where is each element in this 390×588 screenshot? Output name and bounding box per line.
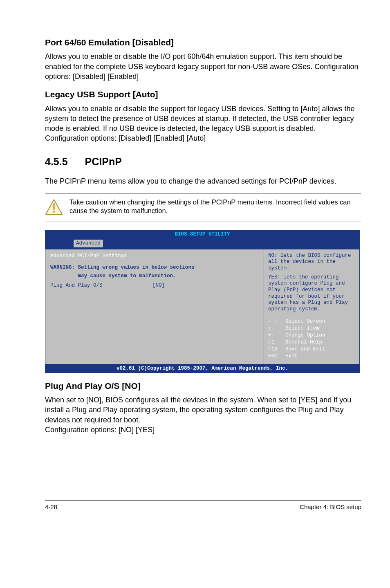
bios-help-text: NO: lets the BIOS configure all the devi… — [264, 249, 359, 316]
arrows-lr-icon: ← → — [268, 318, 285, 325]
bios-setting-label: Plug And Play O/S — [50, 282, 152, 289]
footer-page-number: 4-28 — [45, 503, 57, 511]
page-footer: 4-28 Chapter 4: BIOS setup — [45, 500, 361, 511]
bios-key-f10: F10 — [268, 346, 285, 353]
subsection-heading-pcipnp: 4.5.5 PCIPnP — [45, 155, 361, 169]
body-port-emulation: Allows you to enable or disable the I/O … — [45, 52, 361, 81]
bios-warning-line2: may cause system to malfunction. — [50, 273, 259, 280]
bios-key-select-screen: Select Screen — [285, 318, 325, 325]
bios-setting-value: [NO] — [152, 282, 165, 289]
subsection-title: PCIPnP — [85, 155, 122, 169]
bios-key-plusminus: +- — [268, 332, 285, 339]
bios-left-title: Advanced PCI/PnP Settings — [50, 253, 259, 260]
bios-warning-line1: WARNING: Setting wrong values in below s… — [50, 265, 259, 271]
bios-left-panel: Advanced PCI/PnP Settings WARNING: Setti… — [45, 249, 264, 364]
body-pcipnp-intro: The PCIPnP menu items allow you to chang… — [45, 176, 361, 186]
footer-chapter: Chapter 4: BIOS setup — [300, 503, 361, 511]
heading-port-emulation: Port 64/60 Emulation [Disabled] — [45, 37, 361, 48]
body-plug-play-1: When set to [NO], BIOS configures all th… — [45, 395, 361, 425]
bios-key-f1: F1 — [268, 339, 285, 346]
bios-tab-advanced: Advanced — [74, 240, 103, 247]
bios-key-exit: Exit — [285, 353, 298, 360]
bios-key-general-help: General Help — [285, 339, 322, 346]
body-legacy-usb-2: Configuration options: [Disabled] [Enabl… — [45, 133, 361, 143]
bios-key-select-item: Select Item — [285, 325, 319, 332]
bios-help-no: NO: lets the BIOS configure all the devi… — [268, 253, 355, 272]
arrows-ud-icon: ↑↓ — [268, 325, 285, 332]
bios-footer: v02.61 (C)Copyright 1985-2007, American … — [45, 364, 360, 373]
svg-point-2 — [53, 211, 55, 213]
bios-tab-bar: Advanced — [45, 239, 360, 249]
body-plug-play-2: Configuration options: [NO] [YES] — [45, 425, 361, 435]
bios-help-yes: YES: lets the operating system configure… — [268, 274, 355, 313]
caution-text: Take caution when changing the settings … — [69, 198, 361, 215]
bios-setting-row: Plug And Play O/S [NO] — [50, 282, 259, 289]
bios-keys: ← → Select Screen ↑↓ Select Item +- Chan… — [264, 316, 359, 364]
bios-key-esc: ESC — [268, 353, 285, 360]
body-legacy-usb-1: Allows you to enable or disable the supp… — [45, 104, 361, 134]
bios-header: BIOS SETUP UTILITY — [45, 230, 360, 239]
heading-legacy-usb: Legacy USB Support [Auto] — [45, 89, 361, 100]
bios-key-save-exit: Save and Exit — [285, 346, 325, 353]
caution-box: Take caution when changing the settings … — [45, 193, 361, 222]
bios-right-panel: NO: lets the BIOS configure all the devi… — [264, 249, 360, 364]
bios-screenshot: BIOS SETUP UTILITY Advanced Advanced PCI… — [45, 230, 360, 373]
heading-plug-play: Plug And Play O/S [NO] — [45, 380, 361, 392]
bios-key-change-option: Change Option — [285, 332, 325, 339]
subsection-number: 4.5.5 — [45, 155, 68, 169]
caution-icon — [45, 198, 69, 218]
